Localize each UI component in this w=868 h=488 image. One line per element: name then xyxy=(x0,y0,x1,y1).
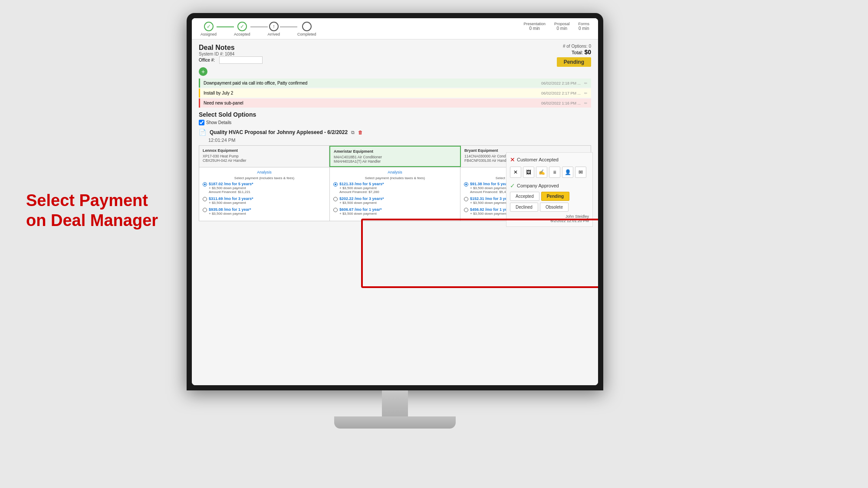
left-label-container: Select Payment on Deal Manager xyxy=(26,191,174,230)
step-completed-icon xyxy=(302,22,312,31)
approval-buttons: Accepted Pending Declined Obsolete xyxy=(510,192,589,212)
payment-option-1-2[interactable]: $606.67 /mo for 1 year* + $3,500 down pa… xyxy=(333,207,457,216)
deal-notes-title: Deal Notes xyxy=(199,44,263,52)
icon-image-btn[interactable]: 🖼 xyxy=(523,167,534,178)
monitor: ✓ Assigned ✓ Accepted ↑ Arrive xyxy=(187,13,603,468)
step-line-3 xyxy=(280,26,297,27)
proposal-time: 12:01:24 PM xyxy=(208,138,591,143)
radio-2-1[interactable] xyxy=(464,197,468,201)
status-bar: ✓ Assigned ✓ Accepted ↑ Arrive xyxy=(192,18,598,39)
approval-user: John Steidley 6/2/2022 12:01:20 PM xyxy=(510,214,589,223)
step-line-2 xyxy=(250,26,268,27)
payment-col-0: Analysis Select payment (includes taxes … xyxy=(199,167,330,221)
office-input[interactable] xyxy=(219,56,263,64)
stat-presentation: Presentation 0 min xyxy=(523,22,546,31)
radio-0-0[interactable] xyxy=(203,182,207,187)
radio-1-1[interactable] xyxy=(333,197,338,201)
payment-option-0-0[interactable]: $187.02 /mo for 5 years* + $3,500 down p… xyxy=(203,182,326,194)
monitor-neck xyxy=(382,390,408,416)
deal-notes-system-id: System ID #: 1084 xyxy=(199,52,263,56)
status-steps: ✓ Assigned ✓ Accepted ↑ Arrive xyxy=(201,22,523,36)
radio-2-2[interactable] xyxy=(464,208,468,212)
scene: Select Payment on Deal Manager ✓ Assigne… xyxy=(0,0,868,488)
monitor-bezel: ✓ Assigned ✓ Accepted ↑ Arrive xyxy=(187,13,603,390)
copy-icon[interactable]: ⧉ xyxy=(351,130,355,135)
analysis-link-1[interactable]: Analysis xyxy=(333,170,457,174)
step-arrived-icon: ↑ xyxy=(269,22,279,31)
payment-option-0-2[interactable]: $935.08 /mo for 1 year* + $3,500 down pa… xyxy=(203,207,326,216)
obsolete-button[interactable]: Obsolete xyxy=(540,203,569,212)
show-details-checkbox[interactable] xyxy=(199,120,204,125)
proposal-title: Quality HVAC Proposal for Johnny Applese… xyxy=(210,129,348,135)
sold-options-header: Select Sold Options xyxy=(199,111,591,118)
show-details: Show Details xyxy=(199,120,591,125)
x-icon: ✕ xyxy=(510,156,515,163)
edit-icon-0[interactable]: ✏ xyxy=(584,81,588,85)
step-accepted-icon: ✓ xyxy=(237,22,247,31)
check-icon: ✓ xyxy=(510,182,515,189)
note-row-2: Need new sub-panel 06/02/2022 1:16 PM ..… xyxy=(199,98,591,108)
delete-icon[interactable]: 🗑 xyxy=(358,130,363,135)
equipment-col-1: Ameristar Equipment M4AC4018B1 Air Condi… xyxy=(329,146,461,167)
payment-option-0-1[interactable]: $311.69 /mo for 3 years* + $3,500 down p… xyxy=(203,197,326,205)
stat-proposal: Proposal 0 min xyxy=(554,22,570,31)
declined-button[interactable]: Declined xyxy=(510,203,538,212)
icon-sign-btn[interactable]: ✍ xyxy=(536,167,547,178)
proposal-file-icon: 📄 xyxy=(199,129,206,136)
analysis-link-0[interactable]: Analysis xyxy=(203,170,326,174)
step-line-1 xyxy=(217,26,234,27)
note-row-0: Downpayment paid via call into office, P… xyxy=(199,79,591,88)
radio-0-2[interactable] xyxy=(203,208,207,212)
payment-option-1-0[interactable]: $121.33 /mo for 5 years* + $3,500 down p… xyxy=(333,182,457,194)
deal-notes-header: Deal Notes System ID #: 1084 Office #: + xyxy=(199,44,591,76)
radio-1-2[interactable] xyxy=(333,208,338,212)
equipment-col-0: Lennox Equipment XP17-030 Heat Pump CBX2… xyxy=(199,146,329,167)
step-assigned: ✓ Assigned xyxy=(201,22,217,36)
monitor-screen: ✓ Assigned ✓ Accepted ↑ Arrive xyxy=(192,18,598,385)
main-area: Deal Notes System ID #: 1084 Office #: + xyxy=(192,39,598,226)
pending-button[interactable]: Pending xyxy=(541,192,569,201)
step-completed: Completed xyxy=(297,22,316,36)
radio-0-1[interactable] xyxy=(203,197,207,201)
payment-col-1: Analysis Select payment (includes taxes … xyxy=(330,167,460,221)
icon-person-btn[interactable]: 👤 xyxy=(562,167,573,178)
edit-icon-2[interactable]: ✏ xyxy=(584,101,588,105)
deal-fields: Office #: xyxy=(199,56,263,64)
step-arrived: ↑ Arrived xyxy=(268,22,280,36)
icon-x-btn[interactable]: ✕ xyxy=(510,167,521,178)
add-note-button[interactable]: + xyxy=(199,67,207,76)
customer-accepted-header: ✕ Customer Accepted xyxy=(510,156,589,163)
icon-list-btn[interactable]: ≡ xyxy=(549,167,560,178)
accepted-button[interactable]: Accepted xyxy=(510,192,539,201)
step-assigned-icon: ✓ xyxy=(204,22,214,31)
proposal-header: 📄 Quality HVAC Proposal for Johnny Apple… xyxy=(199,129,591,136)
left-label-text: Select Payment on Deal Manager xyxy=(26,191,174,230)
edit-icon-1[interactable]: ✏ xyxy=(584,91,588,95)
company-approved-header: ✓ Company Approved xyxy=(510,182,589,189)
pending-badge: Pending xyxy=(557,57,591,67)
screen-content: ✓ Assigned ✓ Accepted ↑ Arrive xyxy=(192,18,598,385)
stats-right: Presentation 0 min Proposal 0 min Forms … xyxy=(523,22,589,31)
stat-forms: Forms 0 min xyxy=(579,22,590,31)
deal-total-area: # of Options: 0 Total: $0 Pending xyxy=(557,44,591,67)
radio-2-0[interactable] xyxy=(464,182,468,187)
icon-mail-btn[interactable]: ✉ xyxy=(575,167,586,178)
step-accepted: ✓ Accepted xyxy=(234,22,250,36)
monitor-base xyxy=(334,416,456,429)
icon-row: ✕ 🖼 ✍ ≡ 👤 ✉ xyxy=(510,167,589,178)
right-panel: ✕ Customer Accepted ✕ 🖼 ✍ ≡ 👤 ✉ xyxy=(506,152,593,227)
radio-1-0[interactable] xyxy=(333,182,338,187)
note-row-1: Install by July 2 06/02/2022 2:17 PM ...… xyxy=(199,88,591,98)
payment-option-1-1[interactable]: $202.22 /mo for 3 years* + $3,500 down p… xyxy=(333,197,457,205)
